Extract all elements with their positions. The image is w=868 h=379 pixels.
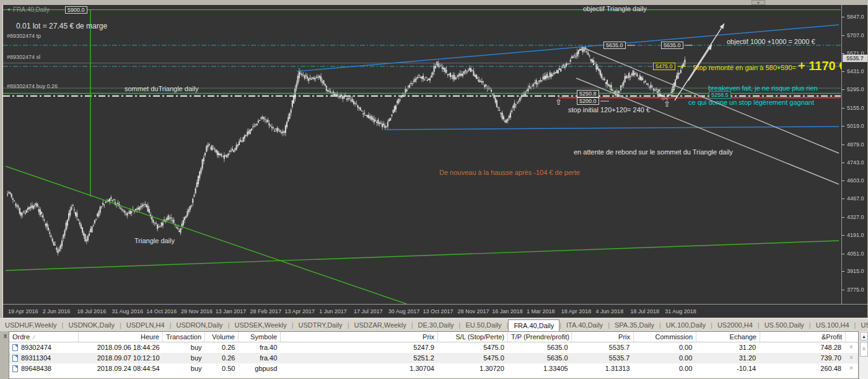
column-header-volume[interactable]: Volume (205, 332, 239, 342)
sort-indicator[interactable]: ∕ (33, 334, 35, 341)
cell-heure: 2018.09.06 18:44:26 (79, 342, 163, 353)
price-tick: 3775.0 (847, 287, 864, 293)
cross-marker[interactable]: ✕ (657, 87, 662, 94)
annotation-sommet[interactable]: sommet duTriangle daily (125, 85, 198, 92)
column-header-heure[interactable]: Heure (79, 332, 163, 342)
tab-spa-35-daily[interactable]: SPA.35,Daily (610, 319, 659, 331)
column-header-prix2[interactable]: Prix (572, 332, 634, 342)
orders-table: Ordre∕HeureTransactionVolumeSymbolePrixS… (9, 331, 859, 379)
table-row[interactable]: 893024742018.09.06 18:44:26buy0.26fra.40… (9, 342, 858, 353)
chart-symbol-label[interactable]: ▼FRA.40,Daily (7, 6, 50, 13)
annotation-nouveau[interactable]: De nouveau à la hausse après -104 € de p… (439, 169, 580, 176)
table-row[interactable]: 896484382018.09.24 08:44:54buy0.50gbpusd… (9, 363, 858, 374)
date-tick: 17 Jul 2017 (354, 308, 383, 314)
tab-ita-40-daily[interactable]: ITA.40,Daily (561, 319, 608, 331)
tab-usdnok-daily[interactable]: USDNOK,Daily (63, 319, 120, 331)
cell-prix2: 5535.7 (571, 342, 633, 353)
order-tp-line-label[interactable]: #89302474 tp (7, 33, 41, 39)
up-arrow-marker-2[interactable]: ⇧ (664, 99, 670, 109)
annotation-triangle-daily[interactable]: Triangle daily (134, 237, 175, 244)
chart-scroll-marker[interactable]: ▼ (752, 0, 765, 5)
order-sl-line-label[interactable]: #89302474 sl (7, 54, 40, 60)
price-tick: 5847.0 (847, 14, 864, 20)
tab-eu-50-daily[interactable]: EU.50,Daily (460, 319, 506, 331)
column-header-symbole[interactable]: Symbole (239, 332, 281, 342)
annotation-objectif-2000[interactable]: objectif 1000 +1000 = 2000 € (727, 38, 815, 45)
annotation-stop-gagnant[interactable]: ce qui donne un stop légèrement gagnant (688, 99, 814, 106)
close-order-icon[interactable]: × (844, 342, 858, 353)
cell-prix2: 5535.7 (571, 353, 633, 363)
tab-fra-40-daily[interactable]: FRA.40,Daily (508, 319, 559, 331)
annotation-stop-initial[interactable]: stop initial 120+120= 240 € (568, 106, 650, 114)
date-tick: 13 Oct 2017 (423, 308, 454, 314)
tab-usdsek-weekly[interactable]: USDSEK,Weekly (229, 319, 291, 331)
tab-us2000-h4[interactable]: US2000,H4 (712, 319, 758, 331)
date-tick: 31 Aug 2018 (665, 308, 696, 314)
annotation-stop-remonte[interactable]: Stop remonté en gain à 580+590= + 1170 € (693, 59, 846, 73)
annotation-margin-note[interactable]: 0.01 lot = 27.45 € de marge (16, 22, 107, 30)
tab-de-30-daily[interactable]: DE.30,Daily (413, 319, 459, 331)
date-tick: 14 Oct 2016 (146, 308, 177, 314)
price-tick: 4327.0 (847, 214, 864, 220)
price-tick: 4191.0 (847, 232, 864, 238)
tab-us-500-daily[interactable]: US.500,Daily (760, 319, 809, 331)
close-panel-button[interactable]: x (2, 333, 9, 340)
price-tag-5475[interactable]: 5475.0 (653, 63, 675, 70)
price-axis[interactable]: 5847.05707.05571.05431.05295.05155.05019… (841, 5, 867, 304)
column-header-sl[interactable]: S/L (Stop/Perte) (438, 332, 508, 342)
tab-uk-100-daily[interactable]: UK.100,Daily (661, 319, 711, 331)
cell-heure: 2018.09.07 10:12:10 (79, 353, 163, 363)
chart-canvas[interactable] (3, 5, 867, 304)
tab-us-30-daily[interactable]: US.30,Daily (856, 319, 868, 331)
up-arrow-marker-1[interactable]: ⇧ (555, 97, 562, 107)
annotation-objectif-top[interactable]: objectif Triangle daily (583, 5, 647, 12)
column-header-echange[interactable]: Echange (696, 332, 760, 342)
date-tick: 2 Jun 2016 (43, 308, 71, 314)
annotation-attente[interactable]: en attente de rebond sur le sommet du Tr… (574, 148, 733, 156)
column-header-profit[interactable]: &Profit (760, 332, 846, 342)
price-tag-5900[interactable]: 5900.0 (65, 6, 87, 14)
order-buy-line-label[interactable]: #89302474 buy 0.26 (7, 83, 58, 89)
cell-commission: 0.00 (633, 363, 696, 374)
tab-usdtry-daily[interactable]: USDTRY,Daily (294, 319, 348, 331)
column-header-tp[interactable]: T/P (Prendre/profit) (508, 332, 572, 342)
tab-usdhuf-weekly[interactable]: USDHUF,Weekly (0, 319, 62, 331)
price-tag-5635-b[interactable]: 5635.0 (661, 42, 683, 49)
cell-ordre: 89302474 (9, 342, 79, 353)
cell-tp: 5635.0 (507, 342, 571, 353)
column-header-ordre[interactable]: Ordre∕ (9, 332, 79, 342)
mt4-window: ▼ ▼FRA.40,Daily objectif Triangle daily … (0, 0, 868, 379)
orders-scrollbar[interactable]: ▲ ≡ (859, 331, 868, 379)
table-header-row: Ordre∕HeureTransactionVolumeSymbolePrixS… (9, 332, 858, 342)
tab-usdron-daily[interactable]: USDRON,Daily (171, 319, 227, 331)
price-tag-5200[interactable]: 5200.0 (577, 97, 599, 105)
close-order-icon[interactable]: × (844, 363, 858, 374)
close-order-icon[interactable]: × (844, 353, 858, 363)
cell-ordre: 89311304 (21, 354, 51, 362)
tab-us-100-h4[interactable]: US.100,H4 (811, 319, 854, 331)
price-tag-5250[interactable]: 5250.8 (577, 90, 599, 97)
price-tick: 4051.0 (847, 251, 864, 257)
column-header-prix[interactable]: Prix (281, 332, 438, 342)
cell-ordre: 89302474 (21, 344, 51, 351)
tab-usdzar-weekly[interactable]: USDZAR,Weekly (349, 319, 411, 331)
cell-transaction: buy (163, 363, 205, 374)
chart-panel[interactable]: ▼FRA.40,Daily objectif Triangle daily 0.… (2, 5, 867, 318)
column-header-transaction[interactable]: Transaction (163, 332, 205, 342)
cell-ordre: 89648438 (9, 363, 79, 374)
scrollbar-thumb[interactable]: ≡ (860, 342, 868, 357)
price-tag-5635-a[interactable]: 5635.0 (603, 42, 626, 49)
tab-usdpln-h4[interactable]: USDPLN,H4 (121, 319, 170, 331)
column-header-commission[interactable]: Commission (634, 332, 696, 342)
cell-prix: 5247.9 (280, 342, 437, 353)
date-tick: 31 Aug 2016 (112, 308, 143, 314)
price-tag-5258[interactable]: 5258.5 (709, 91, 731, 99)
date-axis[interactable]: 19 Apr 20162 Jun 201618 Jul 201631 Aug 2… (3, 304, 867, 318)
date-tick: 18 Jul 2016 (77, 308, 107, 314)
cell-heure: 2018.09.24 08:44:54 (79, 363, 163, 374)
cell-volume: 0.26 (205, 353, 239, 363)
date-tick: 1 Mar 2018 (527, 308, 555, 314)
cell-tp: 5635.0 (507, 353, 571, 363)
table-row[interactable]: 893113042018.09.07 10:12:10buy0.26fra.40… (9, 353, 858, 363)
scroll-up-icon[interactable]: ▲ (860, 332, 868, 341)
